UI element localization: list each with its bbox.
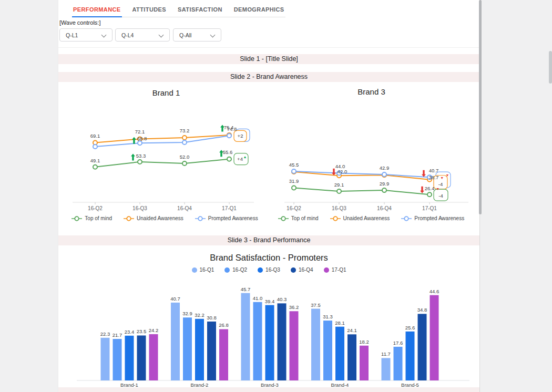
- svg-text:11.7: 11.7: [381, 351, 391, 357]
- legend-marker-icon: [278, 216, 289, 221]
- legend-item: 16-Q4: [291, 267, 313, 273]
- svg-text:17-Q1: 17-Q1: [222, 205, 237, 211]
- svg-text:16-Q4: 16-Q4: [377, 205, 392, 211]
- tab-satisfaction[interactable]: SATISFACTION: [177, 5, 223, 17]
- legend-item: Prompted Awareness: [401, 215, 464, 221]
- svg-text:44.6: 44.6: [430, 288, 439, 294]
- svg-text:22.3: 22.3: [100, 331, 110, 337]
- svg-text:25.6: 25.6: [405, 325, 415, 331]
- svg-text:29.1: 29.1: [334, 182, 344, 188]
- tab-performance[interactable]: PERFORMANCE: [72, 5, 122, 17]
- tab-bar: PERFORMANCE ATTITUDES SATISFACTION DEMOG…: [72, 5, 285, 17]
- svg-text:16-Q2: 16-Q2: [88, 205, 103, 211]
- svg-text:16-Q3: 16-Q3: [332, 205, 346, 211]
- wave-dropdown-3-value: Q-All: [179, 32, 191, 38]
- svg-text:36.2: 36.2: [289, 304, 299, 310]
- legend-dot-icon: [324, 267, 329, 273]
- wave-dropdown-1-value: Q-L1: [66, 32, 78, 38]
- svg-text:74.8: 74.8: [227, 126, 237, 132]
- svg-text:16-Q4: 16-Q4: [177, 205, 192, 211]
- svg-text:▼: ▼: [440, 176, 444, 180]
- brand1-chart-title: Brand 1: [58, 88, 274, 97]
- svg-text:▲: ▲: [243, 155, 247, 159]
- svg-text:16-Q3: 16-Q3: [132, 205, 147, 211]
- svg-text:41.0: 41.0: [253, 295, 263, 301]
- svg-text:30.8: 30.8: [207, 315, 217, 321]
- svg-text:49.1: 49.1: [90, 158, 100, 163]
- svg-text:24.1: 24.1: [347, 327, 357, 333]
- svg-text:32.9: 32.9: [182, 311, 192, 316]
- svg-text:26.4: 26.4: [425, 185, 435, 191]
- brand3-chart-title: Brand 3: [269, 87, 474, 96]
- wave-dropdown-1[interactable]: Q-L1: [59, 28, 113, 42]
- bar-chart-title: Brand Satisfaction - Promoters: [58, 253, 479, 263]
- svg-text:31.9: 31.9: [289, 178, 299, 184]
- wave-controls-label: [Wave controls:]: [59, 19, 100, 26]
- svg-text:+2: +2: [238, 133, 243, 139]
- svg-text:21.7: 21.7: [113, 332, 122, 338]
- tab-demographics[interactable]: DEMOGRAPHICS: [233, 5, 285, 17]
- chevron-down-icon: [101, 33, 107, 38]
- legend-item: Unaided Awareness: [330, 215, 390, 221]
- svg-text:45.7: 45.7: [241, 286, 251, 292]
- svg-text:40.7: 40.7: [429, 168, 439, 173]
- tab-attitudes[interactable]: ATTITUDES: [131, 5, 168, 17]
- legend-dot-icon: [291, 267, 296, 273]
- svg-text:69.1: 69.1: [90, 133, 100, 139]
- svg-text:40.7: 40.7: [170, 296, 180, 302]
- chevron-down-icon: [210, 33, 216, 38]
- legend-label: Top of mind: [291, 215, 319, 221]
- svg-text:18.2: 18.2: [359, 339, 369, 345]
- legend-item: Unaided Awareness: [124, 215, 183, 221]
- legend-item: Prompted Awareness: [195, 215, 258, 221]
- svg-text:42.9: 42.9: [380, 165, 390, 171]
- next-slide-header: [58, 387, 479, 392]
- brand1-line-chart: 16-Q216-Q316-Q417-Q1+2+4▲69.172.168.873.…: [64, 102, 266, 215]
- svg-text:26.8: 26.8: [219, 322, 229, 328]
- svg-text:38.7: 38.7: [429, 174, 439, 180]
- svg-text:29.9: 29.9: [380, 181, 390, 187]
- svg-text:72.1: 72.1: [135, 129, 145, 135]
- bar-chart-legend: 16-Q116-Q216-Q316-Q417-Q1: [58, 267, 479, 273]
- chevron-down-icon: [159, 33, 164, 38]
- wave-dropdown-2[interactable]: Q-L4: [115, 28, 170, 42]
- content-scrollbar[interactable]: [479, 0, 482, 214]
- brand3-legend: Top of mindUnaided AwarenessPrompted Awa…: [266, 215, 476, 221]
- svg-text:-4: -4: [438, 193, 443, 199]
- svg-text:+4: +4: [237, 156, 243, 162]
- svg-text:40.3: 40.3: [277, 296, 287, 302]
- legend-marker-icon: [71, 216, 82, 221]
- legend-label: Top of mind: [85, 215, 112, 221]
- legend-label: 16-Q3: [265, 267, 280, 273]
- legend-item: Top of mind: [278, 215, 319, 221]
- legend-item: 16-Q2: [224, 267, 247, 273]
- svg-text:32.2: 32.2: [195, 312, 205, 318]
- slide1-header: Slide 1 - [Title Slide]: [58, 54, 479, 64]
- page: PERFORMANCE ATTITUDES SATISFACTION DEMOG…: [0, 0, 552, 392]
- legend-item: 16-Q3: [258, 267, 280, 273]
- svg-text:23.4: 23.4: [125, 329, 135, 335]
- legend-label: 17-Q1: [332, 267, 346, 273]
- legend-label: Prompted Awareness: [208, 215, 258, 221]
- svg-text:37.5: 37.5: [311, 302, 321, 308]
- slide3-header: Slide 3 - Brand Performance: [58, 235, 479, 245]
- svg-text:42.0: 42.0: [338, 169, 347, 174]
- svg-text:55.6: 55.6: [223, 149, 233, 155]
- legend-marker-icon: [401, 216, 412, 221]
- wave-dropdown-3[interactable]: Q-All: [173, 28, 221, 42]
- legend-dot-icon: [192, 267, 197, 273]
- svg-text:44.0: 44.0: [335, 163, 345, 169]
- legend-label: Unaided Awareness: [137, 215, 183, 221]
- svg-text:73.2: 73.2: [180, 128, 190, 133]
- slide2-header: Slide 2 - Brand Awareness: [58, 72, 479, 82]
- window-scrollbar-thumb[interactable]: [549, 51, 552, 84]
- svg-text:24.2: 24.2: [149, 327, 159, 333]
- legend-dot-icon: [258, 267, 263, 273]
- svg-text:-4: -4: [438, 181, 443, 187]
- svg-text:45.5: 45.5: [289, 162, 299, 168]
- svg-text:▼: ▼: [436, 187, 439, 191]
- legend-label: 16-Q2: [232, 267, 247, 273]
- legend-label: Unaided Awareness: [343, 215, 390, 221]
- legend-label: Prompted Awareness: [414, 215, 464, 221]
- brand1-legend: Top of mindUnaided AwarenessPrompted Awa…: [64, 215, 266, 221]
